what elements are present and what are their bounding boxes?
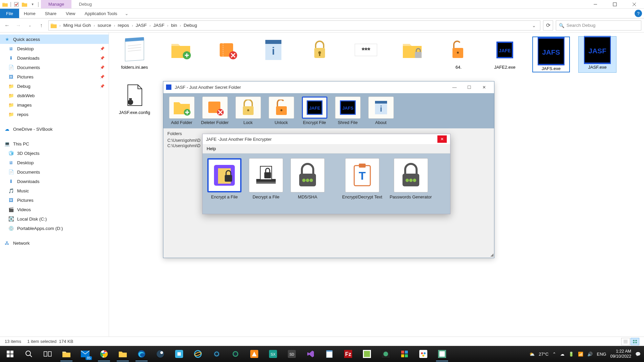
chevron-right-icon[interactable]: ›: [178, 23, 182, 27]
sidebar-onedrive[interactable]: ☁OneDrive - SVBook: [0, 124, 109, 134]
battery-icon[interactable]: 🔋: [569, 352, 574, 357]
breadcrumb[interactable]: repos: [118, 23, 129, 28]
taskbar-app-5[interactable]: SX: [264, 346, 282, 362]
task-view-button[interactable]: [38, 346, 57, 362]
file-item[interactable]: JASF.exe.config: [116, 82, 153, 115]
taskbar-app-6[interactable]: SD: [282, 346, 301, 362]
sidebar-item-music[interactable]: 🎵Music: [0, 186, 109, 195]
file-item[interactable]: [208, 37, 246, 72]
taskbar-app-1[interactable]: [170, 346, 189, 362]
close-button[interactable]: ✕: [437, 135, 447, 143]
taskbar-app-4[interactable]: [245, 346, 264, 362]
weather-icon[interactable]: ⛅: [529, 352, 535, 357]
file-item[interactable]: 64.: [440, 37, 477, 72]
taskbar-visual-studio[interactable]: [301, 346, 320, 362]
taskbar-edge[interactable]: [132, 346, 151, 362]
view-tab[interactable]: View: [61, 9, 80, 18]
sidebar-item-pictures[interactable]: 🖼Pictures📌: [0, 72, 109, 81]
taskbar-app-9[interactable]: [395, 346, 414, 362]
taskbar-app-8[interactable]: [376, 346, 395, 362]
sidebar-item-desktop[interactable]: 🖥Desktop: [0, 158, 109, 167]
weather-temp[interactable]: 27°C: [539, 352, 548, 357]
minimize-button[interactable]: —: [447, 82, 462, 93]
sidebar-item-desktop[interactable]: 🖥Desktop📌: [0, 44, 109, 53]
sidebar-item-3dobjects[interactable]: 🧊3D Objects: [0, 148, 109, 158]
sidebar-item-debug[interactable]: 📁Debug📌: [0, 81, 109, 91]
resize-grip-icon[interactable]: ◢: [490, 252, 493, 257]
up-button[interactable]: ↑: [37, 21, 46, 30]
taskbar-app-10[interactable]: [433, 346, 451, 362]
file-item[interactable]: JAFS JAFS.exe: [532, 37, 570, 72]
lock-button[interactable]: Lock: [234, 97, 262, 125]
about-button[interactable]: i About: [367, 97, 395, 125]
taskbar-mail[interactable]: 85: [76, 346, 95, 362]
tray-chevron-icon[interactable]: ⌃: [552, 352, 556, 357]
back-button[interactable]: ←: [3, 21, 11, 30]
taskbar-explorer[interactable]: [57, 346, 76, 362]
maximize-button[interactable]: ☐: [462, 82, 477, 93]
delete-folder-button[interactable]: Deleter Folder: [201, 97, 229, 125]
checkbox-icon[interactable]: [13, 1, 19, 7]
password-generator-button[interactable]: Passwords Generator: [390, 158, 432, 209]
sidebar-item-documents[interactable]: 📄Documents📌: [0, 63, 109, 72]
shred-file-button[interactable]: JAFS Shred File: [333, 97, 362, 125]
file-item[interactable]: folders.ini.aes: [116, 37, 153, 72]
file-item[interactable]: i: [255, 37, 292, 72]
close-button[interactable]: ✕: [477, 82, 491, 93]
taskbar-paint[interactable]: [414, 346, 433, 362]
sidebar-item-pictures[interactable]: 🖼Pictures: [0, 195, 109, 205]
sidebar-item-portable-disk[interactable]: 💿PortableApps.com (D:): [0, 224, 109, 233]
minimize-button[interactable]: [586, 0, 605, 9]
recent-dropdown-icon[interactable]: ⌄: [25, 21, 34, 30]
address-dropdown-icon[interactable]: ⌄: [530, 23, 538, 28]
breadcrumb[interactable]: Ming Hui Goh: [63, 23, 91, 28]
sidebar-item-downloads[interactable]: ⬇Downloads: [0, 177, 109, 186]
icons-view-button[interactable]: [631, 338, 639, 345]
breadcrumb[interactable]: JASF: [136, 23, 147, 28]
application-tools-tab[interactable]: Application Tools: [80, 9, 122, 18]
sidebar-item-downloads[interactable]: ⬇Downloads📌: [0, 53, 109, 63]
onedrive-tray-icon[interactable]: ☁: [560, 352, 565, 357]
sidebar-item-images[interactable]: 📁images: [0, 100, 109, 110]
breadcrumb[interactable]: JASF: [153, 23, 164, 28]
taskbar-filezilla[interactable]: Fz: [339, 346, 358, 362]
encrypt-file-button[interactable]: JAFE Encrypt File: [300, 97, 329, 125]
search-button[interactable]: [19, 346, 38, 362]
sidebar-item-documents[interactable]: 📄Documents: [0, 167, 109, 177]
taskbar-app-2[interactable]: [207, 346, 226, 362]
add-folder-button[interactable]: Add Folder: [167, 97, 196, 125]
file-tab[interactable]: File: [0, 9, 19, 18]
sidebar-item-repos[interactable]: 📁repos: [0, 110, 109, 119]
sidebar-quick-access[interactable]: ★ Quick access: [0, 35, 109, 44]
file-item[interactable]: [393, 37, 431, 72]
encrypt-file-button[interactable]: Encrypt a File: [207, 158, 241, 209]
chevron-right-icon[interactable]: ›: [148, 23, 152, 27]
sidebar-item-local-disk[interactable]: 💽Local Disk (C:): [0, 214, 109, 224]
chevron-right-icon[interactable]: ›: [112, 23, 116, 27]
taskbar-file-explorer[interactable]: [113, 346, 132, 362]
ribbon-collapse-icon[interactable]: ⌄: [122, 9, 131, 18]
volume-icon[interactable]: 🔊: [587, 352, 593, 357]
decrypt-file-button[interactable]: Decrypt a File: [249, 158, 283, 209]
unlock-button[interactable]: Unlock: [267, 97, 296, 125]
help-menu[interactable]: Help: [207, 146, 216, 151]
sidebar-item-dstkweb[interactable]: 📁dstkWeb: [0, 91, 109, 100]
chevron-right-icon[interactable]: ›: [92, 23, 96, 27]
search-input[interactable]: 🔍 Search Debug: [556, 20, 641, 31]
share-tab[interactable]: Share: [40, 9, 61, 18]
file-item[interactable]: [162, 37, 200, 72]
chevron-right-icon[interactable]: ›: [166, 23, 170, 27]
chevron-right-icon[interactable]: ›: [130, 23, 135, 27]
folder-small-icon[interactable]: [21, 1, 28, 7]
jafe-titlebar[interactable]: JAFE -Just Another File Encrypter ✕: [203, 134, 450, 144]
refresh-button[interactable]: ⟳: [543, 20, 553, 31]
taskbar-steam[interactable]: [151, 346, 170, 362]
encrypt-text-button[interactable]: T Encrypt/Decrypt Text: [342, 158, 382, 209]
forward-button[interactable]: →: [14, 21, 23, 30]
sidebar-network[interactable]: 🖧Network: [0, 238, 109, 248]
taskbar-app-7[interactable]: [358, 346, 376, 362]
manage-tab[interactable]: Manage: [41, 0, 71, 8]
file-item[interactable]: JAFE JAFE2.exe: [486, 37, 524, 72]
sidebar-this-pc[interactable]: 💻This PC: [0, 139, 109, 148]
taskbar-chrome[interactable]: [95, 346, 113, 362]
